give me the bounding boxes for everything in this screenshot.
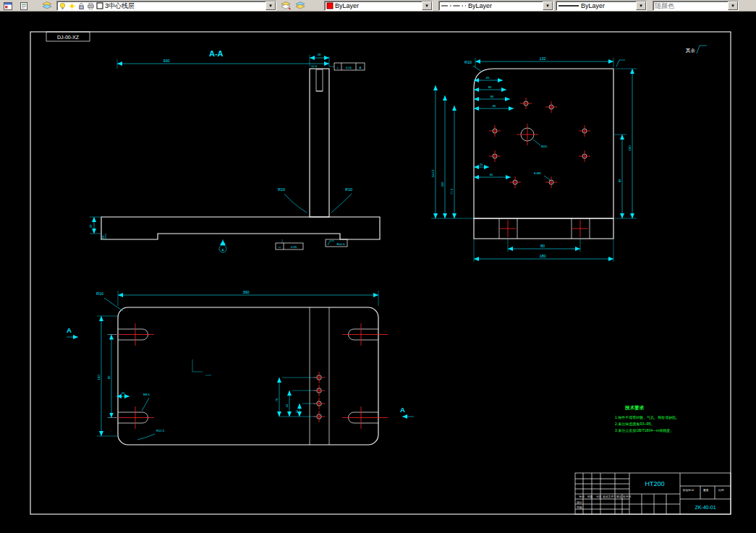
- tb-label: 更改文件号: [603, 495, 616, 498]
- cad-drawing: DJ-00-XZ 其余 A-A 930 28 12.6 ⊥ 0.01 A R: [0, 12, 756, 533]
- fillet-r10-right: R10: [345, 187, 352, 192]
- note-line: 2.未注铸造圆角R3~R5。: [615, 422, 655, 427]
- properties-toolbar: 3中心线层 ▼ ByLayer ▼ ByLayer ▼: [0, 0, 756, 12]
- finish-value: Ra1.6: [336, 242, 345, 246]
- layer-on-bulb-icon: [59, 2, 67, 10]
- window-icon: [4, 2, 12, 10]
- fillet-r10: R10: [464, 60, 472, 64]
- vdim: 110: [441, 182, 444, 187]
- mounting-slot: [342, 323, 388, 346]
- linetype-combo-value: ByLayer: [468, 2, 492, 9]
- dim-80-feet: 80: [540, 244, 545, 248]
- color-combo[interactable]: ByLayer ▼: [324, 1, 433, 11]
- surface-finish-icon: [328, 241, 334, 245]
- vdim: 44: [285, 404, 289, 407]
- layer-color-swatch-icon: [96, 2, 103, 9]
- section-mark-a-right: A: [400, 406, 405, 414]
- layer-thaw-sun-icon: [68, 2, 76, 10]
- fillet-r10-left: R10: [278, 187, 285, 192]
- corner-radius-label: R12.5: [156, 429, 165, 432]
- center-hole-m20: M20: [517, 124, 548, 148]
- drawing-frame: DJ-00-XZ: [30, 32, 731, 514]
- layer-combo[interactable]: 3中心线层 ▼: [56, 1, 276, 11]
- holes-label: 8-M8: [534, 171, 541, 175]
- tol-value: 0.01: [346, 66, 352, 69]
- technical-notes: 技术要求 1.铸件不得有砂眼、气孔、裂纹等缺陷。 2.未注铸造圆角R3~R5。 …: [615, 405, 679, 433]
- dropdown-arrow-icon[interactable]: ▼: [543, 1, 553, 10]
- tb-label: 重量: [703, 488, 709, 492]
- dim-28: 28: [318, 53, 321, 56]
- ladder-dim: 85: [493, 104, 496, 108]
- sheet-icon-button[interactable]: [17, 1, 30, 11]
- tb-label: 审核: [577, 506, 582, 509]
- note-line: 1.铸件不得有砂眼、气孔、裂纹等缺陷。: [615, 415, 679, 420]
- layers-dialog-button[interactable]: [41, 1, 54, 11]
- ladder-dim: 85: [488, 85, 492, 89]
- surface-finish-icon: [616, 60, 625, 67]
- ladder-dim: 85: [490, 95, 494, 98]
- ladder-dim: 65: [486, 76, 490, 80]
- sheet-icon: [20, 2, 28, 10]
- layer-plot-printer-icon: [87, 2, 95, 10]
- tb-label: 分区: [596, 495, 602, 498]
- layer-unlock-icon: [77, 2, 85, 10]
- color-combo-value: ByLayer: [335, 2, 359, 9]
- slot-radius-label: R8.5: [143, 393, 150, 396]
- section-mark-a-left: A: [67, 326, 72, 334]
- layer-combo-value: 3中心线层: [105, 1, 135, 11]
- surface-finish-icon: [697, 46, 707, 54]
- surface-note-text: 其余: [685, 48, 696, 54]
- vdim: 76: [275, 398, 279, 401]
- front-view: R10 132 65 85 85 85 20 65: [431, 56, 637, 262]
- plan-view: 390 R10: [67, 290, 414, 445]
- flatness-value: 0.05: [291, 245, 297, 249]
- dim-65: 65: [490, 173, 493, 176]
- tb-label: 阶段标记: [683, 488, 694, 492]
- datum-letter: A: [222, 248, 224, 252]
- fillet-r10: R10: [96, 291, 103, 296]
- title-block: HT200 ZK-40-01 标记 处数 分区 更改文件号 签名 年月日 设计 …: [575, 473, 731, 514]
- lineweight-combo-value: ByLayer: [581, 2, 605, 9]
- tb-label: 设计: [577, 500, 582, 504]
- tb-label: 比例: [718, 488, 724, 492]
- dropdown-arrow-icon[interactable]: ▼: [422, 1, 432, 10]
- dim-390: 390: [242, 290, 249, 294]
- tol-datum: A: [360, 66, 362, 69]
- layer-current-icon: [281, 1, 291, 10]
- dropdown-arrow-icon[interactable]: ▼: [636, 1, 646, 10]
- vdim-160: 160: [97, 375, 101, 380]
- layer-previous-icon: [295, 1, 305, 10]
- dim-180-total: 180: [539, 254, 545, 258]
- dim-930: 930: [163, 59, 169, 63]
- note-line: 3.未注公差按GB/T1804—m级精度。: [615, 428, 674, 433]
- hole-column: [313, 372, 325, 422]
- foot-centerline: [500, 220, 588, 237]
- layers-icon: [42, 1, 52, 10]
- dropdown-arrow-icon[interactable]: ▼: [266, 1, 276, 10]
- vdim: 77.5: [450, 188, 454, 195]
- thread-label: M20: [541, 145, 548, 148]
- tb-label: 年月日: [622, 495, 631, 498]
- tol-symbol: ⊥: [336, 66, 339, 69]
- dim-12-6: 12.6: [311, 64, 318, 68]
- lineweight-combo[interactable]: ByLayer ▼: [556, 1, 647, 11]
- layer-previous-button[interactable]: [294, 1, 307, 11]
- section-view: A-A 930 28 12.6 ⊥ 0.01 A R10 R10: [89, 49, 380, 252]
- dropdown-arrow-icon[interactable]: ▼: [728, 1, 738, 10]
- window-icon-button[interactable]: [1, 1, 14, 11]
- current-color-swatch-icon: [326, 2, 334, 9]
- notes-title: 技术要求: [624, 405, 645, 411]
- make-layer-current-button[interactable]: [279, 1, 292, 11]
- linetype-combo[interactable]: ByLayer ▼: [438, 1, 553, 11]
- section-title: A-A: [209, 49, 224, 58]
- mounting-slot: [342, 406, 388, 429]
- dim-20: 20: [480, 163, 483, 166]
- dim-132: 132: [539, 56, 545, 61]
- vdim: 14: [295, 409, 299, 413]
- flatness-symbol: ▱: [279, 245, 281, 249]
- plotstyle-combo[interactable]: 随颜色 ▼: [653, 1, 739, 11]
- plotstyle-combo-value: 随颜色: [655, 1, 674, 11]
- tb-label: 处数: [587, 495, 593, 498]
- drawing-canvas[interactable]: DJ-00-XZ 其余 A-A 930 28 12.6 ⊥ 0.01 A R: [0, 12, 756, 533]
- tb-label: 标记: [579, 495, 585, 498]
